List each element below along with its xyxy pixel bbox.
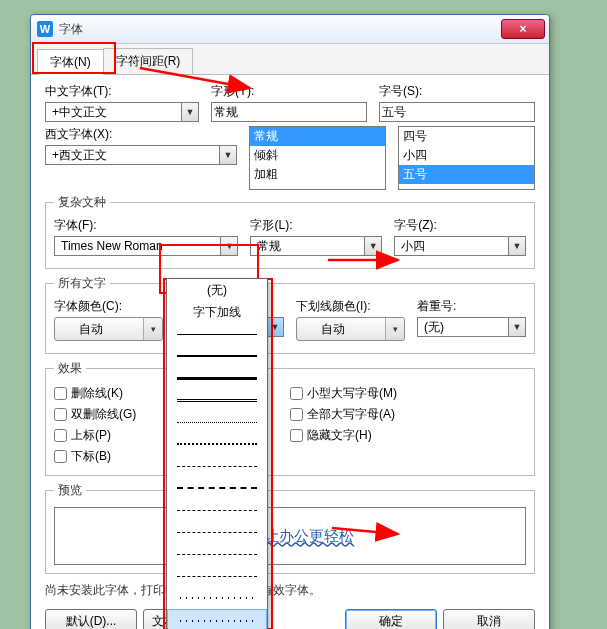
underline-option-double[interactable] xyxy=(167,389,267,411)
allcaps-checkbox[interactable]: 全部大写字母(A) xyxy=(290,404,526,425)
west-font-combo[interactable]: +西文正文 ▼ xyxy=(45,145,237,165)
cn-font-label: 中文字体(T): xyxy=(45,83,199,100)
underline-option-dash-dot[interactable] xyxy=(167,521,267,543)
size-option[interactable]: 五号 xyxy=(399,165,534,184)
chevron-down-icon: ▼ xyxy=(219,146,236,164)
cn-font-value: +中文正文 xyxy=(48,104,111,121)
tab-font[interactable]: 字体(N) xyxy=(37,49,104,75)
size-label: 字号(S): xyxy=(379,83,535,100)
size-option[interactable]: 四号 xyxy=(399,127,534,146)
ok-button[interactable]: 确定 xyxy=(345,609,437,629)
close-icon: × xyxy=(519,22,526,36)
complex-size-combo[interactable]: 小四 ▼ xyxy=(394,236,526,256)
font-note: 尚未安装此字体，打印时将采用最接近的有效字体。 xyxy=(45,582,535,599)
chevron-down-icon: ▼ xyxy=(508,237,525,255)
effects-legend: 效果 xyxy=(54,360,86,377)
underline-option-solid2[interactable] xyxy=(167,345,267,367)
complex-style-combo[interactable]: 常规 ▼ xyxy=(250,236,382,256)
hidden-checkbox[interactable]: 隐藏文字(H) xyxy=(290,425,526,446)
style-option[interactable]: 倾斜 xyxy=(250,146,385,165)
underline-option-dot-thick[interactable] xyxy=(167,433,267,455)
preview-legend: 预览 xyxy=(54,482,86,499)
tab-spacing[interactable]: 字符间距(R) xyxy=(103,48,194,74)
button-row: 默认(D)... 文本效果(E)... 确定 取消 xyxy=(45,609,535,629)
emphasis-label: 着重号: xyxy=(417,298,526,315)
cancel-button[interactable]: 取消 xyxy=(443,609,535,629)
default-button[interactable]: 默认(D)... xyxy=(45,609,137,629)
underline-option-long-dash[interactable] xyxy=(167,499,267,521)
underline-option-wave-selected[interactable] xyxy=(167,609,267,629)
effects-group: 效果 删除线(K) 双删除线(G) 上标(P) 下标(B) 小型大写字母(M) … xyxy=(45,360,535,476)
app-icon: W xyxy=(37,21,53,37)
underline-color-button[interactable]: 自动 ▾ xyxy=(296,317,405,341)
complex-font-label: 字体(F): xyxy=(54,217,238,234)
complex-group: 复杂文种 字体(F): Times New Roman ▼ 字形(L): 常规 … xyxy=(45,194,535,269)
dialog-content: 中文字体(T): +中文正文 ▼ 字形(Y): 字号(S): 西文字体(X): … xyxy=(31,75,549,629)
row-font-top: 中文字体(T): +中文正文 ▼ 字形(Y): 字号(S): xyxy=(45,83,535,122)
close-button[interactable]: × xyxy=(501,19,545,39)
underline-dropdown[interactable]: (无) 字下加线 xyxy=(166,278,268,629)
complex-legend: 复杂文种 xyxy=(54,194,110,211)
underline-option-dash-dot-alt[interactable] xyxy=(167,565,267,587)
complex-style-label: 字形(L): xyxy=(250,217,382,234)
chevron-down-icon: ▼ xyxy=(220,237,237,255)
complex-size-label: 字号(Z): xyxy=(394,217,526,234)
complex-font-combo[interactable]: Times New Roman ▼ xyxy=(54,236,238,256)
smallcaps-checkbox[interactable]: 小型大写字母(M) xyxy=(290,383,526,404)
underline-option-solid1[interactable] xyxy=(167,323,267,345)
emphasis-combo[interactable]: (无) ▼ xyxy=(417,317,526,337)
underline-option-words[interactable]: 字下加线 xyxy=(167,301,267,323)
style-option[interactable]: 常规 xyxy=(250,127,385,146)
complex-font-value: Times New Roman xyxy=(57,239,167,253)
underline-option-dash[interactable] xyxy=(167,455,267,477)
preview-box: WPS 让办公更轻松 xyxy=(54,507,526,565)
underline-option-dot[interactable] xyxy=(167,411,267,433)
row-font-second: 西文字体(X): +西文正文 ▼ 常规 倾斜 加粗 四号 小四 五号 xyxy=(45,126,535,190)
west-font-label: 西文字体(X): xyxy=(45,126,237,143)
chevron-down-icon: ▼ xyxy=(364,237,381,255)
cn-font-combo[interactable]: +中文正文 ▼ xyxy=(45,102,199,122)
underline-color-label: 下划线颜色(I): xyxy=(296,298,405,315)
font-dialog: W 字体 × 字体(N) 字符间距(R) 中文字体(T): +中文正文 ▼ 字形… xyxy=(30,14,550,629)
underline-option-dash-thick[interactable] xyxy=(167,477,267,499)
titlebar: W 字体 × xyxy=(31,15,549,44)
chevron-down-icon: ▾ xyxy=(385,318,404,340)
size-input[interactable] xyxy=(379,102,535,122)
underline-option-none[interactable]: (无) xyxy=(167,279,267,301)
font-color-label: 字体颜色(C): xyxy=(54,298,163,315)
tab-bar: 字体(N) 字符间距(R) xyxy=(31,44,549,75)
west-font-value: +西文正文 xyxy=(48,147,111,164)
alltext-legend: 所有文字 xyxy=(54,275,110,292)
alltext-group: 所有文字 字体颜色(C): 自动 ▾ 下划线线型(U): ~~~~~~~~~~~… xyxy=(45,275,535,354)
style-listbox[interactable]: 常规 倾斜 加粗 xyxy=(249,126,386,190)
size-listbox[interactable]: 四号 小四 五号 xyxy=(398,126,535,190)
chevron-down-icon: ▼ xyxy=(508,318,525,336)
chevron-down-icon: ▼ xyxy=(181,103,198,121)
window-title: 字体 xyxy=(59,21,501,38)
underline-option-dash-dot-dot[interactable] xyxy=(167,543,267,565)
style-label: 字形(Y): xyxy=(211,83,367,100)
preview-group: 预览 WPS 让办公更轻松 xyxy=(45,482,535,574)
chevron-down-icon: ▼ xyxy=(266,318,283,336)
underline-option-solid3[interactable] xyxy=(167,367,267,389)
size-option[interactable]: 小四 xyxy=(399,146,534,165)
style-input[interactable] xyxy=(211,102,367,122)
font-color-button[interactable]: 自动 ▾ xyxy=(54,317,163,341)
chevron-down-icon: ▾ xyxy=(143,318,162,340)
underline-option-wave[interactable] xyxy=(167,587,267,609)
style-option[interactable]: 加粗 xyxy=(250,165,385,184)
